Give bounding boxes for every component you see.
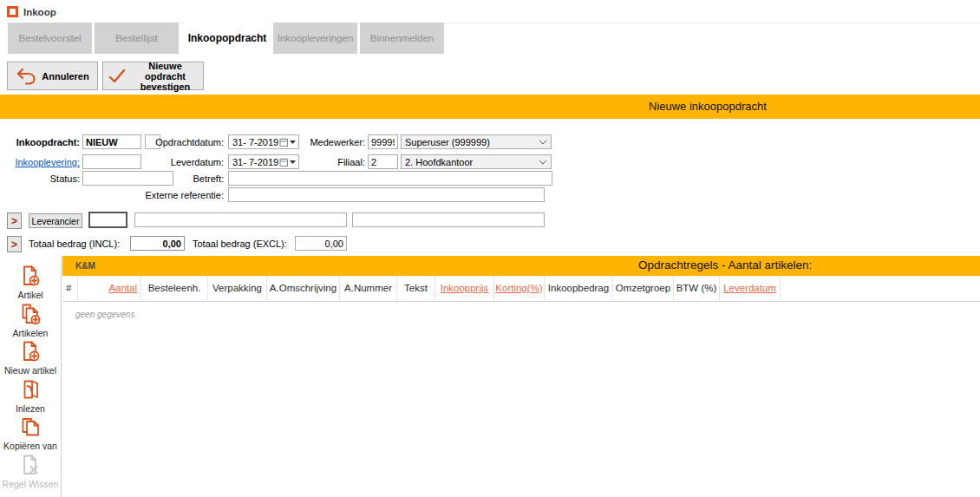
document-delete-icon	[19, 454, 42, 476]
leverancier-name-input[interactable]	[134, 213, 347, 227]
leverancier-button[interactable]: Leverancier	[29, 213, 82, 228]
medewerker-label: Medewerker:	[295, 137, 365, 147]
totaal-excl-input[interactable]	[295, 236, 347, 251]
new-order-banner: Nieuwe inkoopopdracht	[0, 95, 980, 119]
sidebar-item-nieuw-artikel[interactable]: Nieuw artikel	[0, 340, 61, 376]
filiaal-code-input[interactable]	[368, 154, 398, 169]
sidebar-item-inlezen[interactable]: Inlezen	[0, 378, 61, 414]
chevron-down-icon	[539, 160, 547, 165]
document-add-icon	[19, 265, 42, 287]
totaal-incl-label: Totaal bedrag (INCL):	[29, 239, 120, 249]
column-header-korting[interactable]: Korting(%)	[494, 276, 545, 301]
expand-leverancier-button[interactable]: >	[7, 213, 22, 229]
leverancier-extra-input[interactable]	[352, 213, 545, 227]
column-header-leverdatum[interactable]: Leverdatum	[720, 276, 781, 301]
externe-referentie-input[interactable]	[228, 187, 545, 202]
opdrachtdatum-label: Opdrachtdatum:	[87, 137, 224, 147]
column-header-aantal[interactable]: Aantal	[78, 276, 141, 301]
totaal-incl-input[interactable]	[130, 236, 185, 251]
sidebar-item-label: Regel Wissen	[0, 479, 61, 489]
betreft-input[interactable]	[228, 171, 552, 186]
column-header-besteleenh: Besteleenh.	[141, 276, 208, 301]
column-header-btw: BTW (%)	[674, 276, 720, 301]
grid-empty-message: geen gegevens	[75, 310, 134, 319]
tab-inkoopopdracht[interactable]: Inkoopopdracht	[184, 23, 271, 54]
cancel-button[interactable]: Annuleren	[7, 62, 98, 90]
opdrachtregels-bar: K&M Opdrachtregels - Aantal artikelen:	[62, 256, 980, 276]
betreft-label: Betreft:	[87, 173, 224, 184]
tab-bestelvoorstel[interactable]: Bestelvoorstel	[8, 23, 92, 54]
sidebar-item-regel-wissen[interactable]: Regel Wissen	[0, 454, 61, 489]
document-import-icon	[19, 378, 42, 401]
sidebar-item-artikelen[interactable]: Artikelen	[0, 303, 61, 338]
leverdatum-value: 31- 7-2019	[232, 157, 279, 167]
expand-totals-button[interactable]: >	[7, 236, 22, 252]
leverancier-code-input[interactable]	[88, 212, 127, 228]
medewerker-select[interactable]: Superuser (999999)	[401, 134, 552, 149]
sidebar-item-kopieren-van[interactable]: Kopiëren van	[0, 415, 61, 451]
sidebar-item-label: Kopiëren van	[0, 441, 61, 451]
checkmark-icon	[108, 68, 127, 85]
app-icon	[7, 6, 18, 17]
sidebar-item-label: Inlezen	[0, 403, 61, 414]
column-header-omzetgroep: Omzetgroep	[613, 276, 674, 301]
medewerker-code-input[interactable]	[368, 134, 398, 149]
sidebar-item-label: Artikel	[0, 290, 61, 300]
calendar-icon	[279, 157, 289, 167]
calendar-icon	[279, 137, 289, 147]
grid-header-row: # Aantal Besteleenh. Verpakking A.Omschr…	[62, 276, 980, 302]
sidebar-item-label: Artikelen	[0, 328, 61, 338]
column-header-nummer: A.Nummer	[340, 276, 397, 301]
medewerker-selected-value: Superuser (999999)	[405, 137, 539, 147]
chevron-down-icon	[539, 140, 547, 145]
document-new-icon	[19, 340, 42, 363]
tab-binnenmelden[interactable]: Binnenmelden	[360, 23, 444, 54]
inkooplevering-link[interactable]: Inkooplevering:	[0, 157, 80, 167]
opdrachtdatum-picker[interactable]: 31- 7-2019	[228, 134, 299, 149]
filiaal-label: Filiaal:	[295, 157, 365, 167]
column-header-omschrijving: A.Omschrijving	[267, 276, 340, 301]
copy-icon	[19, 415, 42, 438]
column-header-inkoopprijs[interactable]: Inkoopprijs	[435, 276, 494, 301]
leverdatum-label: Leverdatum:	[87, 157, 224, 167]
sidebar-item-artikel[interactable]: Artikel	[0, 265, 61, 300]
confirm-order-button[interactable]: Nieuwe opdracht bevestigen	[102, 62, 204, 90]
opdrachtregels-title: Opdrachtregels - Aantal artikelen:	[638, 258, 812, 271]
window-title: Inkoop	[23, 7, 56, 17]
banner-title: Nieuwe inkoopopdracht	[649, 100, 767, 113]
inkoop-window: Inkoop Bestelvoorstel Bestellijst Inkoop…	[0, 0, 980, 497]
leverdatum-picker[interactable]: 31- 7-2019	[228, 154, 299, 169]
cancel-button-label: Annuleren	[42, 71, 88, 82]
undo-arrow-icon	[16, 67, 36, 86]
group-label: K&M	[75, 261, 95, 271]
inkoopopdracht-label: Inkoopdracht:	[0, 137, 80, 147]
column-header-inkoopbedrag: Inkoopbedrag	[545, 276, 613, 301]
tab-inkoopleveringen[interactable]: Inkoopleveringen	[273, 23, 357, 54]
tab-bestellijst[interactable]: Bestellijst	[95, 23, 179, 54]
externe-referentie-label: Externe referentie:	[87, 190, 224, 200]
opdrachtdatum-value: 31- 7-2019	[232, 137, 279, 147]
column-header-row-number: #	[62, 276, 78, 301]
column-header-tekst: Tekst	[397, 276, 435, 301]
sidebar-item-label: Nieuw artikel	[0, 365, 61, 376]
filiaal-select[interactable]: 2. Hoofdkantoor	[401, 154, 552, 169]
column-header-verpakking: Verpakking	[208, 276, 267, 301]
sidebar-divider	[61, 256, 62, 497]
documents-add-icon	[19, 303, 42, 325]
totaal-excl-label: Totaal bedrag (EXCL):	[193, 239, 287, 249]
filiaal-selected-value: 2. Hoofdkantoor	[405, 157, 539, 167]
status-label: Status:	[0, 173, 80, 184]
confirm-button-label: Nieuwe opdracht bevestigen	[132, 61, 199, 92]
